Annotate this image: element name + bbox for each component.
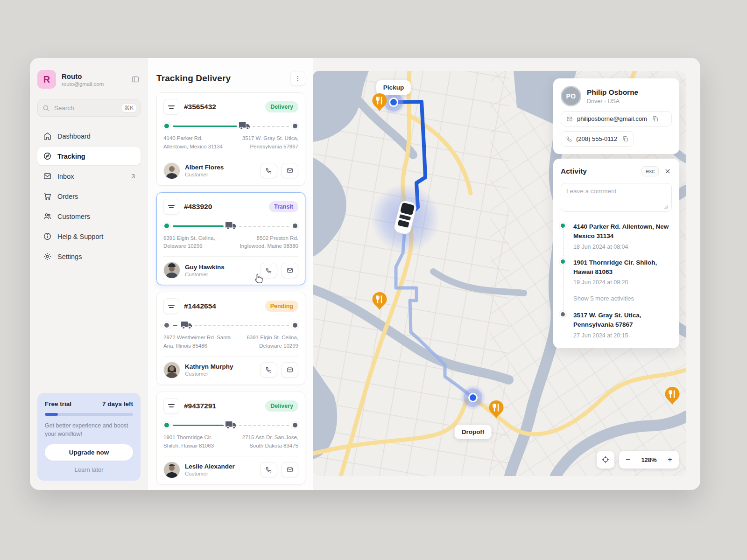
app-window: R Routo routo@gmail.com ⌘K Dashboard Tra…	[30, 58, 700, 490]
order-card[interactable]: #1442654 Pending 2972 Westheimer Rd. San…	[156, 292, 305, 385]
destination-dot	[293, 323, 297, 328]
compass-icon	[43, 152, 52, 161]
activity-item: 4140 Parker Rd. Allentown, New Mexico 31…	[561, 222, 672, 250]
customer-name: Albert Flores	[185, 164, 224, 171]
mail-icon	[286, 167, 294, 174]
info-circle-icon	[43, 232, 52, 241]
sidebar-item-dashboard[interactable]: Dashboard	[37, 127, 141, 145]
phone-icon	[265, 366, 272, 373]
sidebar-item-label: Dashboard	[57, 133, 91, 140]
sidebar-item-help[interactable]: Help & Support	[37, 227, 141, 245]
call-customer-button[interactable]	[260, 362, 277, 378]
activity-title: Activity	[561, 167, 587, 175]
sidebar-item-orders[interactable]: Orders	[37, 187, 141, 205]
order-card[interactable]: #9437291 Delivery 1901 Thornridge Cir. S…	[156, 392, 305, 485]
email-customer-button[interactable]	[281, 163, 298, 178]
trial-progress-fill	[45, 413, 58, 416]
gear-icon	[43, 252, 52, 261]
page-title: Tracking Delivery	[156, 73, 231, 84]
restaurant-pin[interactable]	[488, 399, 505, 420]
app-logo: R	[37, 70, 56, 89]
activity-address: 1901 Thornridge Cir. Shiloh, Hawaii 8106…	[573, 258, 672, 277]
esc-key-hint: esc	[641, 166, 659, 176]
call-customer-button[interactable]	[260, 263, 277, 278]
search-input[interactable]	[53, 104, 111, 112]
panel-collapse-icon	[131, 75, 140, 84]
driver-email-pill: philiposborne@gmail.com	[561, 111, 672, 126]
sidebar-collapse-button[interactable]	[130, 74, 141, 84]
status-badge: Pending	[265, 301, 298, 312]
phone-icon	[265, 167, 272, 174]
restaurant-pin[interactable]	[371, 291, 388, 311]
order-card[interactable]: #483920 Transit 6391 Elgin St. Celina, D…	[156, 192, 305, 286]
order-id: #9437291	[184, 402, 216, 410]
driver-email: philiposborne@gmail.com	[577, 115, 647, 122]
search-box[interactable]: ⌘K	[37, 99, 141, 117]
crosshair-icon	[601, 455, 610, 464]
tracking-panel: Tracking Delivery #3565432 Delivery	[148, 58, 313, 490]
order-card[interactable]: #3565432 Delivery 4140 Parker Rd. Allent…	[156, 92, 305, 186]
tracking-options-button[interactable]	[290, 71, 305, 86]
show-more-activities-link[interactable]: Show 5 more activities	[561, 295, 672, 302]
driver-initials: PO	[566, 92, 576, 100]
truck-icon	[181, 321, 193, 330]
sidebar-item-inbox[interactable]: Inbox 3	[37, 167, 141, 185]
destination-address: 6391 Elgin St. Celina, Delaware 10299	[240, 334, 298, 350]
destination-dot	[293, 423, 297, 427]
workspace-profile: R Routo routo@gmail.com	[37, 70, 141, 89]
customer-role: Customer	[185, 371, 233, 377]
email-customer-button[interactable]	[281, 263, 298, 278]
customer-name: Guy Hawkins	[185, 264, 225, 271]
origin-address: 4140 Parker Rd. Allentown, Mexico 31134	[163, 134, 226, 151]
activity-time: 18 Jun 2024 at 08:04	[573, 244, 672, 250]
restaurant-pin[interactable]	[664, 386, 681, 406]
destination-address: 3517 W. Gray St. Utica, Pennsylvania 578…	[232, 134, 298, 151]
status-badge: Delivery	[265, 400, 298, 412]
destination-dot	[293, 124, 297, 128]
trial-progress-track	[45, 413, 133, 416]
phone-icon	[265, 267, 272, 274]
call-customer-button[interactable]	[260, 462, 277, 477]
envelope-icon	[43, 172, 52, 181]
order-lines-icon	[163, 298, 179, 314]
sidebar-item-tracking[interactable]: Tracking	[37, 147, 141, 165]
close-icon	[664, 168, 671, 175]
zoom-in-button[interactable]: +	[661, 451, 679, 469]
zoom-control: − 128% +	[619, 451, 679, 469]
customer-avatar	[163, 162, 180, 179]
order-lines-icon	[163, 398, 179, 414]
origin-dot	[164, 224, 169, 228]
inbox-count-badge: 3	[131, 173, 135, 180]
order-lines-icon	[163, 199, 179, 215]
sidebar-item-customers[interactable]: Customers	[37, 207, 141, 225]
call-customer-button[interactable]	[260, 163, 277, 178]
activity-time: 19 Jun 2024 at 09:20	[573, 279, 672, 286]
email-customer-button[interactable]	[281, 462, 298, 477]
sidebar-item-label: Settings	[57, 253, 82, 260]
comment-input[interactable]	[561, 183, 672, 212]
search-shortcut: ⌘K	[122, 103, 136, 112]
origin-address: 1901 Thornridge Cir. Shiloh, Hawaii 8106…	[163, 434, 226, 450]
zoom-out-button[interactable]: −	[619, 451, 637, 469]
map[interactable]: Pickup Dropoff − 128% +	[313, 71, 686, 476]
workspace-name: Routo	[62, 72, 104, 80]
destination-address: 8502 Preston Rd. Inglewood, Maine 98380	[231, 234, 298, 251]
activity-address: 4140 Parker Rd. Allentown, New Mexico 31…	[573, 222, 672, 241]
close-activity-button[interactable]	[663, 167, 672, 175]
order-lines-icon	[163, 99, 179, 115]
copy-phone-button[interactable]	[622, 135, 629, 142]
sidebar-item-settings[interactable]: Settings	[37, 247, 141, 266]
learn-later-link[interactable]: Learn later	[45, 466, 133, 473]
timeline-dot-green	[561, 259, 565, 264]
upgrade-now-button[interactable]: Upgrade now	[45, 444, 133, 461]
sidebar-item-label: Customers	[57, 213, 90, 220]
free-trial-card: Free trial 7 days left Get better experi…	[37, 393, 141, 481]
restaurant-pin[interactable]	[371, 92, 388, 112]
email-customer-button[interactable]	[281, 362, 298, 378]
copy-email-button[interactable]	[652, 115, 659, 122]
trial-days-left: 7 days left	[102, 400, 133, 407]
mail-icon	[286, 366, 294, 373]
origin-address: 6391 Elgin St. Celina, Delaware 10299	[163, 234, 225, 251]
customer-role: Customer	[185, 471, 235, 476]
locate-button[interactable]	[597, 451, 614, 469]
